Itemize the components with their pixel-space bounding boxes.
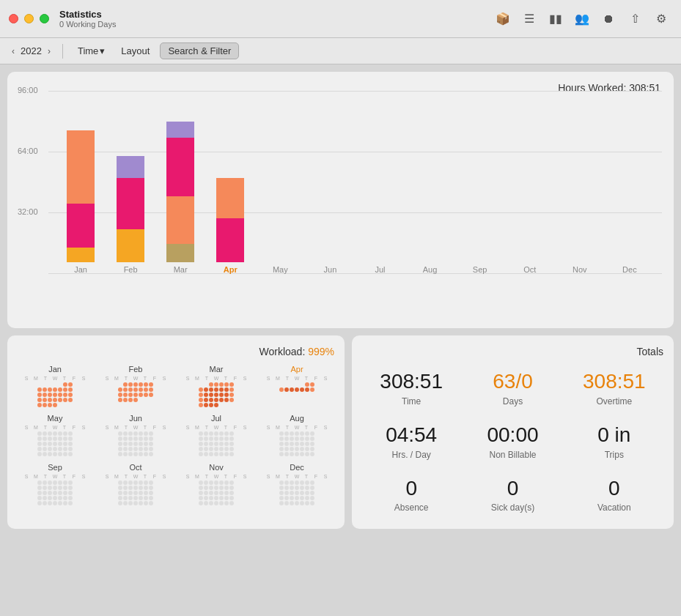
- bar-stack-dec: [616, 261, 644, 262]
- cal-month-name-jan: Jan: [18, 365, 92, 374]
- cal-month-name-dec: Dec: [259, 463, 334, 472]
- bar-label-jun: Jun: [324, 265, 337, 274]
- cal-month-jan: Jan SMTWTFS: [18, 365, 92, 408]
- bar-mar-seg4: [166, 244, 194, 262]
- inbox-icon[interactable]: 📦: [492, 8, 514, 30]
- bar-label-feb: Feb: [124, 265, 138, 274]
- bar-stack-feb: [117, 156, 144, 262]
- bar-stack-aug: [416, 261, 444, 262]
- bar-mar-seg1: [166, 122, 194, 138]
- total-absence: 0 Absence: [362, 472, 460, 519]
- bar-apr: Apr: [216, 178, 244, 274]
- bar-label-sep: Sep: [473, 265, 487, 274]
- app-title: Statistics: [59, 9, 116, 20]
- bar-may: May: [266, 261, 294, 274]
- workload-panel: Workload: 999% Jan SMTWTFS: [7, 335, 345, 529]
- total-vacation-label: Vacation: [597, 502, 631, 513]
- total-days: 63/0 Days: [463, 365, 562, 412]
- power-icon[interactable]: ⏺: [597, 8, 619, 30]
- cal-month-sep: Sep SMTWTFS: [18, 463, 92, 506]
- bar-stack-sep: [466, 261, 494, 262]
- bar-nov: Nov: [566, 261, 594, 274]
- total-days-value: 63/0: [493, 371, 533, 393]
- total-absence-value: 0: [405, 478, 417, 500]
- cal-month-name-mar: Mar: [179, 365, 254, 374]
- minimize-button[interactable]: [24, 14, 34, 23]
- search-filter-button[interactable]: Search & Filter: [160, 42, 239, 59]
- cal-dots-apr: [259, 382, 334, 407]
- cal-dots-feb: [98, 382, 173, 407]
- cal-days-mar: SMTWTFS: [179, 376, 254, 381]
- settings-icon[interactable]: ⚙: [650, 8, 672, 30]
- bar-label-mar: Mar: [174, 265, 188, 274]
- working-days-subtitle: 0 Working Days: [59, 20, 116, 29]
- time-dropdown[interactable]: Time ▾: [72, 43, 111, 59]
- year-next-arrow[interactable]: ›: [45, 45, 54, 58]
- bar-sep: Sep: [466, 261, 494, 274]
- people-icon[interactable]: 👥: [571, 8, 593, 30]
- bar-apr-seg1: [216, 178, 244, 218]
- total-sick-label: Sick day(s): [491, 502, 534, 513]
- cal-month-name-aug: Aug: [259, 414, 334, 423]
- chart-icon[interactable]: ▮▮: [545, 8, 567, 30]
- bar-stack-jul: [367, 261, 394, 262]
- bar-apr-seg2: [216, 218, 244, 262]
- total-absence-label: Absence: [394, 502, 429, 513]
- cal-month-name-jul: Jul: [179, 414, 254, 423]
- year-nav[interactable]: ‹ 2022 ›: [9, 45, 54, 58]
- total-overtime: 308:51 Overtime: [565, 365, 663, 412]
- totals-panel: Totals 308:51 Time 63/0 Days 308:51 Over…: [352, 335, 674, 529]
- grid-label-96: 96:00: [18, 86, 38, 94]
- cal-month-nov: Nov SMTWTFS: [179, 463, 254, 506]
- bar-dec: Dec: [616, 261, 644, 274]
- total-trips-label: Trips: [605, 450, 624, 460]
- total-trips-value: 0 in: [597, 424, 630, 447]
- bar-label-dec: Dec: [622, 265, 637, 274]
- cal-dots-mar: [179, 382, 254, 407]
- bar-stack-jan: [67, 130, 95, 262]
- layout-button[interactable]: Layout: [114, 43, 157, 59]
- cal-month-jun: Jun SMTWTFS: [98, 414, 173, 457]
- bar-stack-may: [266, 261, 294, 262]
- toolbar-right: 📦 ☰ ▮▮ 👥 ⏺ ⇧ ⚙: [492, 8, 672, 30]
- bar-label-aug: Aug: [423, 265, 438, 274]
- total-nonbillable-value: 00:00: [487, 424, 538, 447]
- total-hrsday-value: 04:54: [386, 424, 437, 447]
- total-vacation: 0 Vacation: [565, 472, 663, 519]
- bar-feb-seg1: [117, 156, 144, 178]
- cal-month-name-apr: Apr: [259, 365, 334, 374]
- total-time-value: 308:51: [380, 371, 443, 393]
- total-sick: 0 Sick day(s): [463, 472, 562, 519]
- bar-mar-seg3: [166, 196, 194, 244]
- year-label: 2022: [21, 45, 42, 56]
- cal-days-feb: SMTWTFS: [98, 376, 173, 381]
- total-trips: 0 in Trips: [565, 418, 663, 466]
- title-text: Statistics 0 Working Days: [59, 9, 116, 29]
- cal-month-name-sep: Sep: [18, 463, 92, 472]
- list-icon[interactable]: ☰: [518, 8, 540, 30]
- close-button[interactable]: [9, 14, 18, 23]
- cal-month-apr: Apr SMTWTFS: [259, 365, 334, 408]
- year-prev-arrow[interactable]: ‹: [9, 45, 18, 58]
- cal-month-aug: Aug SMTWTFS: [259, 414, 334, 457]
- maximize-button[interactable]: [40, 14, 49, 23]
- grid-label-64: 64:00: [18, 146, 38, 155]
- total-overtime-label: Overtime: [596, 396, 632, 407]
- cal-month-feb: Feb SMTWTFS: [98, 365, 173, 408]
- cal-days-apr: SMTWTFS: [259, 376, 334, 381]
- bar-jun: Jun: [316, 261, 344, 274]
- cal-month-name-jun: Jun: [98, 414, 173, 423]
- titlebar: Statistics 0 Working Days 📦 ☰ ▮▮ 👥 ⏺ ⇧ ⚙: [0, 0, 681, 38]
- calendar-grid: Jan SMTWTFS Feb SMT: [18, 365, 334, 506]
- cal-month-jul: Jul SMTWTFS: [179, 414, 254, 457]
- total-overtime-value: 308:51: [583, 371, 646, 393]
- totals-title: Totals: [362, 346, 663, 357]
- bar-label-jul: Jul: [375, 265, 385, 274]
- totals-grid: 308:51 Time 63/0 Days 308:51 Overtime 04…: [362, 365, 663, 519]
- bar-feb-seg3: [117, 229, 144, 262]
- total-nonbillable: 00:00 Non Billable: [463, 418, 562, 466]
- bar-oct: Oct: [516, 261, 544, 274]
- bar-label-apr: Apr: [224, 265, 238, 274]
- export-icon[interactable]: ⇧: [624, 8, 646, 30]
- bar-label-oct: Oct: [523, 265, 536, 274]
